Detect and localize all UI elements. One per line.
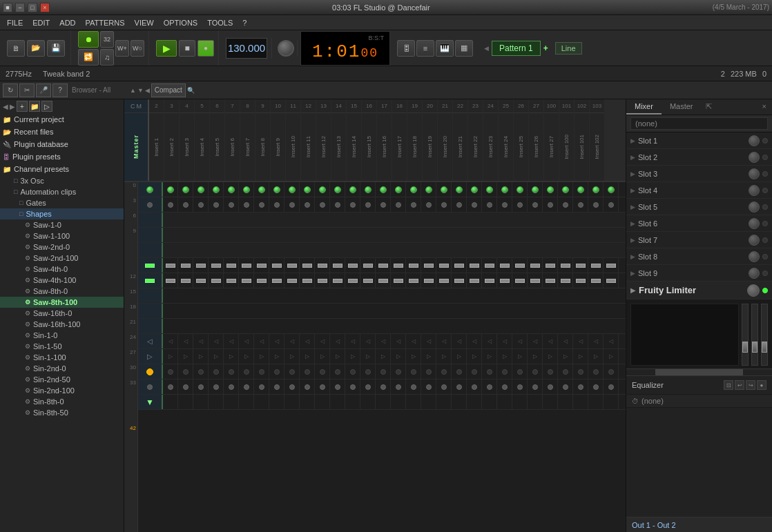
sidebar-item-sin-8th-0[interactable]: ⚙ Sin-8th-0 bbox=[0, 396, 124, 407]
insert-lamp-24[interactable] bbox=[532, 369, 538, 375]
insert-fader-11[interactable] bbox=[333, 264, 342, 268]
song-btn[interactable]: ♫ bbox=[100, 49, 114, 66]
insert-fader-2[interactable] bbox=[196, 264, 206, 268]
insert-dot-5[interactable] bbox=[244, 384, 249, 390]
insert-knob-15[interactable] bbox=[395, 186, 402, 193]
insert-circle-5[interactable] bbox=[244, 202, 249, 208]
insert-arrow-6[interactable]: ◁ bbox=[260, 338, 264, 344]
insert-lamp-21[interactable] bbox=[487, 369, 492, 375]
insert-arrow-1[interactable]: ◁ bbox=[184, 338, 188, 344]
toolbar-btn-3[interactable]: 💾 bbox=[47, 40, 65, 57]
insert-fader2-8[interactable] bbox=[287, 279, 297, 283]
master-down-arrow[interactable]: ▼ bbox=[146, 397, 154, 407]
insert-arrow2-1[interactable]: ▷ bbox=[184, 353, 188, 359]
insert-knob-0[interactable] bbox=[167, 186, 174, 193]
sidebar-recent-files[interactable]: 📂 Recent files bbox=[0, 126, 124, 138]
insert-dot-28[interactable] bbox=[593, 384, 599, 390]
sidebar-item-sin-2nd-50[interactable]: ⚙ Sin-2nd-50 bbox=[0, 374, 124, 385]
slot-row-3[interactable]: ▶ Slot 3 bbox=[626, 166, 772, 182]
insert-dot-13[interactable] bbox=[365, 384, 371, 390]
sidebar-item-saw-1-100[interactable]: ⚙ Saw-1-100 bbox=[0, 230, 124, 242]
insert-fader2-15[interactable] bbox=[394, 279, 403, 283]
insert-fader2-7[interactable] bbox=[272, 279, 282, 283]
minimize-button[interactable]: − bbox=[15, 3, 25, 12]
rp-fader-handle-2[interactable] bbox=[752, 342, 757, 353]
sidebar-item-saw-2nd-100[interactable]: ⚙ Saw-2nd-100 bbox=[0, 253, 124, 264]
insert-circle-0[interactable] bbox=[168, 202, 173, 208]
insert-fader2-0[interactable] bbox=[166, 279, 175, 283]
slot-3-led[interactable] bbox=[762, 171, 768, 177]
insert-arrow2-27[interactable]: ▷ bbox=[579, 353, 583, 359]
loop-btn[interactable]: 🔁 bbox=[78, 49, 99, 66]
piano-roll-btn[interactable]: 🎹 bbox=[436, 40, 454, 57]
insert-knob-22[interactable] bbox=[501, 186, 508, 193]
insert-knob-7[interactable] bbox=[273, 186, 280, 193]
line-selector[interactable]: Line bbox=[555, 42, 582, 55]
master-knob-green[interactable] bbox=[146, 186, 153, 193]
insert-circle-6[interactable] bbox=[259, 202, 264, 208]
insert-knob-3[interactable] bbox=[213, 186, 220, 193]
slot-7-knob[interactable] bbox=[749, 235, 760, 246]
insert-arrow-15[interactable]: ◁ bbox=[396, 338, 401, 344]
master-lamp[interactable] bbox=[146, 368, 153, 375]
insert-arrow2-29[interactable]: ▷ bbox=[609, 353, 613, 359]
insert-arrow2-12[interactable]: ▷ bbox=[351, 353, 355, 359]
insert-fader2-5[interactable] bbox=[242, 279, 251, 283]
mixer-view-btn[interactable]: 🎛 bbox=[397, 40, 415, 57]
nav-up-btn[interactable]: ▲ bbox=[130, 87, 136, 94]
insert-fader2-14[interactable] bbox=[378, 279, 388, 283]
pianoroll-btn[interactable]: W○ bbox=[131, 40, 144, 57]
insert-lamp-27[interactable] bbox=[578, 369, 583, 375]
insert-knob-25[interactable] bbox=[547, 186, 554, 193]
insert-lamp-3[interactable] bbox=[213, 369, 219, 375]
insert-circle-29[interactable] bbox=[608, 202, 614, 208]
insert-fader2-19[interactable] bbox=[454, 279, 464, 283]
sidebar-channel-presets[interactable]: 📁 Channel presets bbox=[0, 163, 124, 175]
insert-fader2-9[interactable] bbox=[302, 279, 312, 283]
insert-arrow-27[interactable]: ◁ bbox=[579, 338, 583, 344]
insert-circle-21[interactable] bbox=[487, 202, 492, 208]
insert-dot-27[interactable] bbox=[578, 384, 583, 390]
sidebar-item-sin-8th-50[interactable]: ⚙ Sin-8th-50 bbox=[0, 407, 124, 418]
insert-arrow-20[interactable]: ◁ bbox=[472, 338, 476, 344]
insert-arrow-14[interactable]: ◁ bbox=[381, 338, 385, 344]
insert-lamp-2[interactable] bbox=[198, 369, 204, 375]
insert-circle-7[interactable] bbox=[274, 202, 280, 208]
playlist-btn[interactable]: ▦ bbox=[455, 40, 473, 57]
insert-arrow-16[interactable]: ◁ bbox=[412, 338, 416, 344]
sidebar-item-saw-4th-0[interactable]: ⚙ Saw-4th-0 bbox=[0, 264, 124, 275]
record-btn[interactable]: ⏺ bbox=[78, 31, 99, 48]
insert-fader-16[interactable] bbox=[409, 264, 418, 268]
slot-5-led[interactable] bbox=[762, 204, 768, 210]
insert-arrow2-17[interactable]: ▷ bbox=[427, 353, 431, 359]
slot-row-1[interactable]: ▶ Slot 1 bbox=[626, 132, 772, 149]
insert-fader-28[interactable] bbox=[591, 264, 601, 268]
rp-fader-3[interactable] bbox=[761, 304, 768, 366]
insert-lamp-29[interactable] bbox=[608, 369, 614, 375]
tab-master[interactable]: Master bbox=[662, 99, 702, 115]
toolbar-btn-2[interactable]: 📂 bbox=[27, 40, 45, 57]
menu-help[interactable]: ? bbox=[238, 17, 251, 28]
insert-knob-1[interactable] bbox=[182, 186, 189, 193]
close-button[interactable]: × bbox=[40, 3, 50, 12]
insert-dot-23[interactable] bbox=[517, 384, 523, 390]
fruity-limiter-knob[interactable] bbox=[747, 284, 760, 297]
expand-btn[interactable]: ⇱ bbox=[702, 99, 716, 115]
eq-btn-2[interactable]: ↩ bbox=[735, 380, 744, 390]
insert-dot-19[interactable] bbox=[456, 384, 462, 390]
add-pattern-btn[interactable]: + bbox=[543, 43, 548, 53]
insert-dot-7[interactable] bbox=[274, 384, 280, 390]
insert-circle-24[interactable] bbox=[532, 202, 538, 208]
insert-lamp-25[interactable] bbox=[548, 369, 553, 375]
insert-arrow-7[interactable]: ◁ bbox=[275, 338, 279, 344]
insert-arrow-3[interactable]: ◁ bbox=[214, 338, 218, 344]
master-arrow-left[interactable]: ◁ bbox=[147, 337, 153, 345]
insert-dot-20[interactable] bbox=[472, 384, 477, 390]
insert-fader-6[interactable] bbox=[257, 264, 267, 268]
insert-dot-26[interactable] bbox=[563, 384, 568, 390]
slot-6-knob[interactable] bbox=[749, 218, 760, 229]
insert-arrow2-25[interactable]: ▷ bbox=[548, 353, 552, 359]
insert-dot-18[interactable] bbox=[441, 384, 447, 390]
slot-6-led[interactable] bbox=[762, 221, 768, 226]
insert-fader2-1[interactable] bbox=[181, 279, 191, 283]
